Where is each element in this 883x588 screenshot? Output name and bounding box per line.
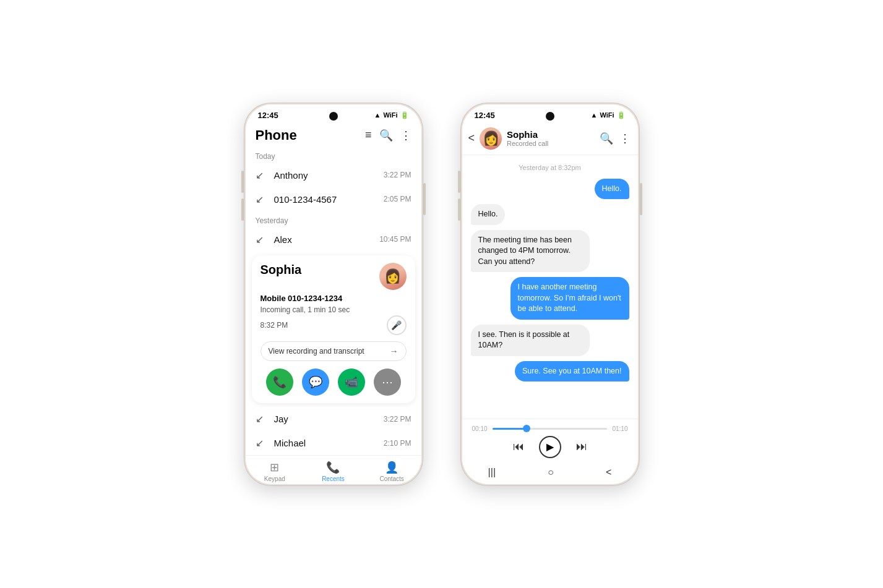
message-button[interactable]: 💬	[302, 369, 329, 396]
bottom-nav-1: ⊞ Keypad 📞 Recents 👤 Contacts	[246, 455, 421, 484]
nav-keypad[interactable]: ⊞ Keypad	[256, 461, 293, 482]
recording-btn-arrow: →	[390, 346, 398, 356]
contact-name-anthony: Anthony	[274, 170, 377, 181]
section-yesterday: Yesterday	[246, 211, 421, 228]
call-item-michael[interactable]: ↙ Michael 2:10 PM	[246, 431, 421, 455]
sophia-phone-label: Mobile	[261, 294, 286, 303]
more-button[interactable]: ⋯	[374, 369, 401, 396]
nav-recents-label: Recents	[322, 475, 345, 482]
chat-contact-name: Sophia	[507, 129, 594, 140]
phone-app-header: Phone ≡ 🔍 ⋮	[246, 122, 421, 147]
sophia-card[interactable]: Sophia Mobile 010-1234-1234 Incoming cal…	[252, 255, 415, 404]
recording-btn-label: View recording and transcript	[269, 347, 364, 356]
chat-messages: Yesterday at 8:32pm Hello. Hello. The me…	[462, 155, 638, 419]
call-time-michael: 2:10 PM	[384, 439, 411, 448]
status-bar-2: 12:45 ▲ WiFi 🔋	[462, 104, 638, 122]
call-icon-michael: ↙	[256, 437, 268, 449]
call-item-number[interactable]: ↙ 010-1234-4567 2:05 PM	[246, 187, 421, 211]
message-received-2: The meeting time has been changed to 4PM…	[471, 230, 590, 273]
recording-transcript-btn[interactable]: View recording and transcript →	[261, 341, 407, 361]
call-time-anthony: 3:22 PM	[384, 171, 411, 179]
phone-1-content: Today ↙ Anthony 3:22 PM ↙ 010-1234-4567 …	[246, 147, 421, 484]
call-time-alex: 10:45 PM	[379, 235, 411, 244]
audio-controls: ⏮ ▶ ⏭	[472, 436, 628, 458]
fast-forward-btn[interactable]: ⏭	[576, 440, 587, 453]
vol-down-btn[interactable]	[241, 198, 244, 221]
call-button[interactable]: 📞	[266, 369, 293, 396]
nav-contacts-label: Contacts	[379, 475, 403, 482]
android-back-btn-2[interactable]: <	[606, 467, 611, 478]
call-item-alex[interactable]: ↙ Alex 10:45 PM	[246, 228, 421, 252]
android-recent-btn-2[interactable]: |||	[488, 467, 496, 478]
call-time-jay: 3:22 PM	[384, 415, 411, 424]
sophia-call-time: 8:32 PM	[261, 320, 288, 331]
call-item-anthony[interactable]: ↙ Anthony 3:22 PM	[246, 163, 421, 187]
sophia-avatar	[379, 263, 407, 290]
call-icon-jay: ↙	[256, 413, 268, 425]
chat-avatar	[480, 127, 502, 150]
audio-current-time: 00:10	[472, 425, 488, 432]
contact-name-jay: Jay	[274, 414, 377, 424]
vol-up-btn-2[interactable]	[458, 171, 460, 193]
power-btn-2[interactable]	[640, 183, 642, 215]
contact-name-michael: Michael	[274, 438, 377, 448]
chat-contact-info: Sophia Recorded call	[507, 129, 594, 147]
rewind-btn[interactable]: ⏮	[513, 440, 524, 453]
audio-total-time: 01:10	[612, 425, 627, 432]
header-icons: ≡ 🔍 ⋮	[365, 129, 411, 142]
sophia-name: Sophia	[261, 263, 302, 277]
camera-notch-2	[546, 112, 554, 121]
filter-icon[interactable]: ≡	[365, 129, 372, 142]
android-home-btn-2[interactable]: ○	[548, 467, 554, 478]
sophia-call-detail: Incoming call, 1 min 10 sec	[261, 305, 350, 314]
chat-back-btn[interactable]: <	[468, 132, 475, 145]
progress-fill	[493, 428, 527, 430]
status-time-2: 12:45	[475, 111, 495, 120]
sophia-details: Mobile 010-1234-1234 Incoming call, 1 mi…	[261, 292, 407, 336]
chat-contact-subtitle: Recorded call	[507, 140, 594, 147]
status-time-1: 12:45	[258, 111, 278, 120]
camera-notch-1	[329, 112, 338, 121]
mic-icon: 🎤	[387, 315, 407, 335]
app-title: Phone	[256, 127, 365, 143]
sophia-phone: 010-1234-1234	[288, 294, 342, 303]
chat-more-icon[interactable]: ⋮	[619, 132, 631, 145]
android-nav-2: ||| ○ <	[462, 463, 638, 484]
message-sent-3: Sure. See you at 10AM then!	[515, 361, 629, 382]
progress-thumb	[523, 425, 530, 432]
video-button[interactable]: 📹	[338, 369, 365, 396]
status-bar-1: 12:45 ▲ WiFi 🔋	[246, 104, 421, 122]
message-sent-1: Hello.	[595, 179, 629, 200]
chat-search-icon[interactable]: 🔍	[600, 132, 613, 145]
audio-progress-bar: 00:10 01:10	[472, 425, 628, 432]
vol-up-btn[interactable]	[241, 171, 244, 193]
nav-keypad-label: Keypad	[264, 475, 285, 482]
status-icons-1: ▲ WiFi 🔋	[374, 111, 408, 119]
sophia-action-buttons: 📞 💬 📹 ⋯	[261, 369, 407, 396]
message-received-1: Hello.	[471, 204, 506, 225]
message-sent-2: I have another meeting tomorrow. So I'm …	[510, 277, 629, 320]
call-direction-icon: ↙	[256, 169, 268, 181]
more-icon-1[interactable]: ⋮	[400, 129, 411, 142]
message-received-3: I see. Then is it possible at 10AM?	[471, 325, 590, 356]
chat-header: < Sophia Recorded call 🔍 ⋮	[462, 122, 638, 155]
call-direction-icon-2: ↙	[256, 194, 268, 205]
play-pause-btn[interactable]: ▶	[539, 436, 561, 458]
nav-recents[interactable]: 📞 Recents	[314, 461, 351, 482]
contact-name-alex: Alex	[274, 234, 374, 245]
contact-number: 010-1234-4567	[274, 194, 377, 205]
status-icons-2: ▲ WiFi 🔋	[590, 111, 625, 119]
phone-1-shell: 12:45 ▲ WiFi 🔋 Phone ≡ 🔍 ⋮ Toda	[244, 103, 423, 486]
audio-player: 00:10 01:10 ⏮ ▶ ⏭	[462, 419, 638, 463]
call-item-jay[interactable]: ↙ Jay 3:22 PM	[246, 407, 421, 431]
chat-date-label: Yesterday at 8:32pm	[471, 164, 629, 171]
chat-header-icons: 🔍 ⋮	[600, 132, 631, 145]
section-today: Today	[246, 147, 421, 163]
vol-down-btn-2[interactable]	[458, 198, 460, 221]
search-icon-1[interactable]: 🔍	[379, 129, 393, 142]
phone-2-shell: 12:45 ▲ WiFi 🔋 < Sophia Recorded call 🔍	[460, 103, 640, 486]
call-direction-icon-3: ↙	[256, 234, 268, 245]
nav-contacts[interactable]: 👤 Contacts	[373, 461, 410, 482]
power-btn[interactable]	[423, 183, 426, 215]
progress-track[interactable]	[493, 428, 608, 430]
